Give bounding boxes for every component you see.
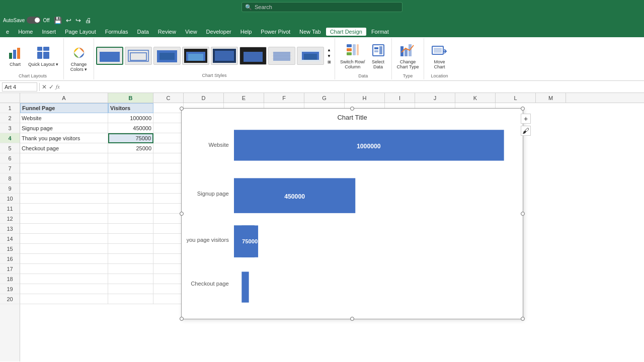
- cell-a15[interactable]: [20, 244, 108, 254]
- cell-c12[interactable]: [153, 214, 184, 224]
- chart-style-1[interactable]: [96, 47, 123, 65]
- chart-style-7[interactable]: [268, 47, 295, 65]
- chart-styles-scroll[interactable]: ▲ ▼ ⊞: [326, 47, 333, 65]
- row-num-17[interactable]: 17: [0, 264, 20, 274]
- cell-b16[interactable]: [108, 254, 153, 264]
- cell-b6[interactable]: [108, 153, 153, 163]
- row-num-20[interactable]: 20: [0, 294, 20, 304]
- chart-title[interactable]: Chart Title: [182, 109, 523, 124]
- cell-a14[interactable]: [20, 234, 108, 244]
- cell-c13[interactable]: [153, 224, 184, 234]
- menu-item-format[interactable]: Format: [367, 28, 393, 36]
- menu-item-formulas[interactable]: Formulas: [101, 28, 132, 36]
- row-num-11[interactable]: 11: [0, 204, 20, 214]
- cell-c4[interactable]: [153, 133, 184, 143]
- bar-checkout[interactable]: [242, 272, 249, 302]
- menu-item-insert[interactable]: Insert: [38, 28, 60, 36]
- change-colors-button[interactable]: ChangeColors ▾: [68, 44, 90, 73]
- col-header-f[interactable]: F: [264, 93, 304, 103]
- autosave-switch[interactable]: [27, 17, 41, 24]
- cell-b9[interactable]: [108, 184, 153, 194]
- col-header-a[interactable]: A: [20, 93, 108, 103]
- chart-handle-mr[interactable]: [521, 212, 525, 216]
- row-num-16[interactable]: 16: [0, 254, 20, 264]
- cell-c15[interactable]: [153, 244, 184, 254]
- cell-b1[interactable]: Visitors: [108, 103, 153, 113]
- cell-a1[interactable]: Funnel Page: [20, 103, 108, 113]
- menu-item-page-layout[interactable]: Page Layout: [61, 28, 100, 36]
- chart-handle-ml[interactable]: [180, 212, 184, 216]
- menu-item-review[interactable]: Review: [154, 28, 180, 36]
- row-num-3[interactable]: 3: [0, 123, 20, 133]
- col-header-c[interactable]: C: [153, 93, 184, 103]
- cell-c18[interactable]: [153, 274, 184, 284]
- chart-handle-bl[interactable]: [180, 317, 184, 321]
- confirm-formula-icon[interactable]: ✓: [49, 83, 54, 90]
- col-header-j[interactable]: J: [415, 93, 455, 103]
- cell-a4[interactable]: Thank you page visitors: [20, 133, 108, 143]
- cell-b8[interactable]: [108, 173, 153, 184]
- menu-item-home[interactable]: Home: [14, 28, 37, 36]
- chart-handle-bc[interactable]: [350, 317, 354, 321]
- cell-b20[interactable]: [108, 294, 153, 304]
- cell-c16[interactable]: [153, 254, 184, 264]
- quick-layout-button[interactable]: Quick Layout ▾: [26, 44, 60, 68]
- col-header-d[interactable]: D: [184, 93, 224, 103]
- cell-c3[interactable]: [153, 123, 184, 133]
- cell-a5[interactable]: Checkout page: [20, 143, 108, 153]
- row-num-7[interactable]: 7: [0, 163, 20, 173]
- cell-a6[interactable]: [20, 153, 108, 163]
- add-chart-element-button[interactable]: +: [521, 114, 531, 124]
- switch-row-column-button[interactable]: Switch Row/Column: [338, 41, 367, 70]
- undo-button[interactable]: ↩: [66, 17, 71, 24]
- col-header-e[interactable]: E: [224, 93, 264, 103]
- cell-a20[interactable]: [20, 294, 108, 304]
- chart-style-6[interactable]: [239, 47, 267, 65]
- change-chart-type-button[interactable]: ChangeChart Type: [395, 41, 421, 70]
- cell-a3[interactable]: Signup page: [20, 123, 108, 133]
- cell-a19[interactable]: [20, 284, 108, 294]
- cell-a8[interactable]: [20, 173, 108, 184]
- cell-a16[interactable]: [20, 254, 108, 264]
- cell-c6[interactable]: [153, 153, 184, 163]
- chart-container[interactable]: + 🖌 Chart Title Website Signup page Than…: [181, 108, 523, 319]
- chart-handle-tc[interactable]: [350, 107, 354, 111]
- chart-handle-tr[interactable]: [521, 107, 525, 111]
- cell-b18[interactable]: [108, 274, 153, 284]
- move-chart-button[interactable]: MoveChart: [429, 41, 449, 70]
- chart-style-8[interactable]: [297, 47, 324, 65]
- cell-b17[interactable]: [108, 264, 153, 274]
- col-header-l[interactable]: L: [496, 93, 536, 103]
- cell-c17[interactable]: [153, 264, 184, 274]
- cell-b14[interactable]: [108, 234, 153, 244]
- menu-item-chart-design[interactable]: Chart Design: [326, 28, 366, 36]
- cell-a13[interactable]: [20, 224, 108, 234]
- select-data-button[interactable]: SelectData: [368, 41, 388, 70]
- row-num-6[interactable]: 6: [0, 153, 20, 163]
- cell-b2[interactable]: 1000000: [108, 113, 153, 123]
- cell-b12[interactable]: [108, 214, 153, 224]
- cell-a18[interactable]: [20, 274, 108, 284]
- cell-b5[interactable]: 25000: [108, 143, 153, 153]
- redo-button[interactable]: ↪: [75, 17, 81, 24]
- menu-item-data[interactable]: Data: [133, 28, 153, 36]
- autosave-toggle[interactable]: AutoSave Off: [3, 17, 50, 24]
- row-num-14[interactable]: 14: [0, 234, 20, 244]
- cell-a9[interactable]: [20, 184, 108, 194]
- row-num-5[interactable]: 5: [0, 143, 20, 153]
- row-num-8[interactable]: 8: [0, 173, 20, 184]
- print-button[interactable]: 🖨: [85, 17, 92, 24]
- chart-button[interactable]: Chart: [5, 44, 25, 68]
- cell-b13[interactable]: [108, 224, 153, 234]
- menu-item-e[interactable]: e: [2, 28, 13, 36]
- chart-style-2[interactable]: [125, 47, 152, 65]
- row-num-1[interactable]: 1: [0, 103, 20, 113]
- menu-item-view[interactable]: View: [181, 28, 201, 36]
- cell-b19[interactable]: [108, 284, 153, 294]
- cell-c10[interactable]: [153, 194, 184, 204]
- cell-a7[interactable]: [20, 163, 108, 173]
- menu-item-power-pivot[interactable]: Power Pivot: [257, 28, 294, 36]
- cell-c2[interactable]: [153, 113, 184, 123]
- cell-c9[interactable]: [153, 184, 184, 194]
- cell-c20[interactable]: [153, 294, 184, 304]
